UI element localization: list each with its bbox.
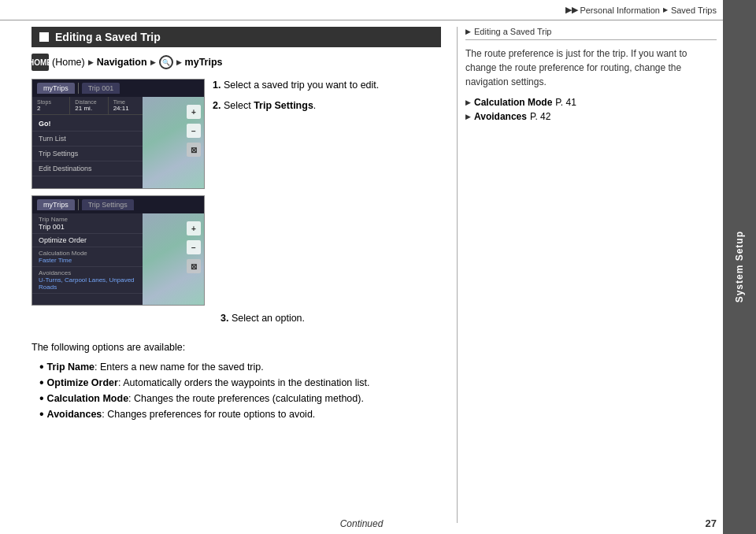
field-tripname: Trip Name Trip 001 <box>32 213 146 234</box>
time-value: 24:11 <box>113 105 141 112</box>
search-icon: 🔍 <box>159 55 173 69</box>
bullet3-text: : Changes the route preferences (calcula… <box>128 393 364 404</box>
bullet-optimize: • Optimize Order: Automatically orders t… <box>39 375 441 391</box>
ref1-bold: Calculation Mode <box>474 97 552 108</box>
breadcrumb-personal: Personal Information <box>580 6 660 15</box>
screen2-recenter[interactable]: ⊠ <box>187 259 201 273</box>
calcmode-label: Calculation Mode <box>39 250 140 257</box>
ref-arrow-2: ▶ <box>465 113 471 121</box>
screen2-tab1: myTrips <box>37 199 75 210</box>
bullet4-text: : Changes preferences for route options … <box>102 409 315 420</box>
page-footer: Continued <box>0 518 723 529</box>
stat-distance: Distance 21 mi. <box>70 97 108 114</box>
screen2-map: + − ⊠ <box>143 213 204 305</box>
map-recenter[interactable]: ⊠ <box>187 143 201 157</box>
step1-number: 1. <box>213 80 220 91</box>
nav-home-text: (Home) <box>52 57 85 68</box>
time-label: Time <box>113 99 141 105</box>
tripname-value: Trip 001 <box>39 223 140 231</box>
screen2-tab-divider <box>78 199 79 210</box>
nav-mytrips: myTrips <box>185 57 223 68</box>
map-zoom-in[interactable]: + <box>187 105 201 119</box>
navigation-path: HOME (Home) ▶ Navigation ▶ 🔍 ▶ myTrips <box>32 54 441 71</box>
bullet-dot-4: • <box>39 406 44 421</box>
step2-text-after: . <box>313 100 316 111</box>
step3-text: Select an option. <box>232 313 305 324</box>
step3-row: 3. Select an option. <box>32 312 441 332</box>
footer-continued: Continued <box>340 518 384 529</box>
right-header-title: Editing a Saved Trip <box>474 27 551 36</box>
screen2-zoom-in[interactable]: + <box>187 221 201 235</box>
screen2-zoom-out[interactable]: − <box>187 240 201 254</box>
screen2-tab2: Trip Settings <box>82 199 134 210</box>
optimize-label: Optimize Order <box>39 236 140 244</box>
stat-time: Time 24:11 <box>109 97 146 114</box>
menu-go: Go! <box>32 117 146 132</box>
avoidances-label: Avoidances <box>39 269 140 276</box>
screen1-tab2: Trip 001 <box>82 83 120 94</box>
step-1: 1. Select a saved trip you want to edit. <box>213 79 441 93</box>
right-section-header: ▶ Editing a Saved Trip <box>465 27 717 40</box>
bullet4-bold: Avoidances <box>47 409 102 420</box>
screen1-map: + − ⊠ <box>143 97 204 188</box>
main-content: Editing a Saved Trip HOME (Home) ▶ Navig… <box>0 20 756 529</box>
bullet2-text: : Automatically orders the waypoints in … <box>118 377 370 388</box>
ref-calcmode: ▶ Calculation Mode P. 41 <box>465 97 717 108</box>
calcmode-value: Faster Time <box>39 257 140 264</box>
stat-stops: Stops 2 <box>32 97 70 114</box>
field-calcmode: Calculation Mode Faster Time <box>32 247 146 267</box>
breadcrumb-arrow1: ▶▶ <box>565 5 578 15</box>
bullet3-bold: Calculation Mode <box>47 393 128 404</box>
screen1-menu: Go! Turn List Trip Settings Edit Destina… <box>32 115 146 178</box>
nav-arrow-2: ▶ <box>150 58 156 66</box>
section-icon <box>39 32 49 42</box>
nav-arrow-1: ▶ <box>88 58 94 66</box>
bullet1-text: : Enters a new name for the saved trip. <box>94 362 264 373</box>
bullet-dot-1: • <box>39 359 44 374</box>
left-column: Editing a Saved Trip HOME (Home) ▶ Navig… <box>32 27 441 523</box>
bullet-tripname: • Trip Name: Enters a new name for the s… <box>39 359 441 375</box>
menu-turnlist: Turn List <box>32 132 146 146</box>
breadcrumb: ▶▶ Personal Information ▶ Saved Trips <box>565 5 717 15</box>
screen2-mock: myTrips Trip Settings Trip Name Trip 001… <box>32 195 205 306</box>
right-column: ▶ Editing a Saved Trip The route prefere… <box>457 27 717 523</box>
step2-text-before: Select <box>224 100 254 111</box>
stops-label: Stops <box>37 99 65 105</box>
step-2: 2. Select Trip Settings. <box>213 99 441 113</box>
screen1-tab1: myTrips <box>37 83 75 94</box>
ref-avoidances: ▶ Avoidances P. 42 <box>465 111 717 122</box>
sidebar-label: System Setup <box>734 231 745 302</box>
breadcrumb-savedtrips: Saved Trips <box>671 6 717 15</box>
nav-navigation: Navigation <box>97 57 147 68</box>
step1-text: Select a saved trip you want to edit. <box>224 80 379 91</box>
bullet1-bold: Trip Name <box>47 362 94 373</box>
screen1-mock: myTrips Trip 001 Stops 2 Distance <box>32 79 205 189</box>
bullet-dot-2: • <box>39 375 44 390</box>
distance-label: Distance <box>75 99 102 105</box>
distance-value: 21 mi. <box>75 105 102 112</box>
screen1-header: myTrips Trip 001 <box>32 80 204 97</box>
page-number: 27 <box>706 517 717 529</box>
screen2-header: myTrips Trip Settings <box>32 196 204 213</box>
right-body-text: The route preference is just for the tri… <box>465 46 717 89</box>
tab-divider <box>78 83 79 94</box>
ref-arrow-1: ▶ <box>465 98 471 106</box>
bullet-avoidances: • Avoidances: Changes preferences for ro… <box>39 406 441 422</box>
ref2-page: P. 42 <box>530 111 550 122</box>
map-zoom-out[interactable]: − <box>187 124 201 138</box>
section-header: Editing a Saved Trip <box>32 27 441 47</box>
screen1-content: Stops 2 Distance 21 mi. Time 24:11 <box>32 97 146 188</box>
tripname-label: Trip Name <box>39 216 140 223</box>
ref2-bold: Avoidances <box>474 111 527 122</box>
menu-tripsettings: Trip Settings <box>32 146 146 161</box>
section-title: Editing a Saved Trip <box>55 31 161 43</box>
screen2-content: Trip Name Trip 001 Optimize Order Calcul… <box>32 213 146 305</box>
nav-arrow-3: ▶ <box>176 58 182 66</box>
menu-editdest: Edit Destinations <box>32 161 146 176</box>
field-avoidances: Avoidances U-Turns, Carpool Lanes, Unpav… <box>32 267 146 294</box>
step-3: 3. Select an option. <box>213 312 305 326</box>
field-optimize: Optimize Order <box>32 234 146 247</box>
home-icon: HOME <box>32 54 49 71</box>
step2-bold: Trip Settings <box>254 100 313 111</box>
right-header-arrow: ▶ <box>465 28 471 35</box>
